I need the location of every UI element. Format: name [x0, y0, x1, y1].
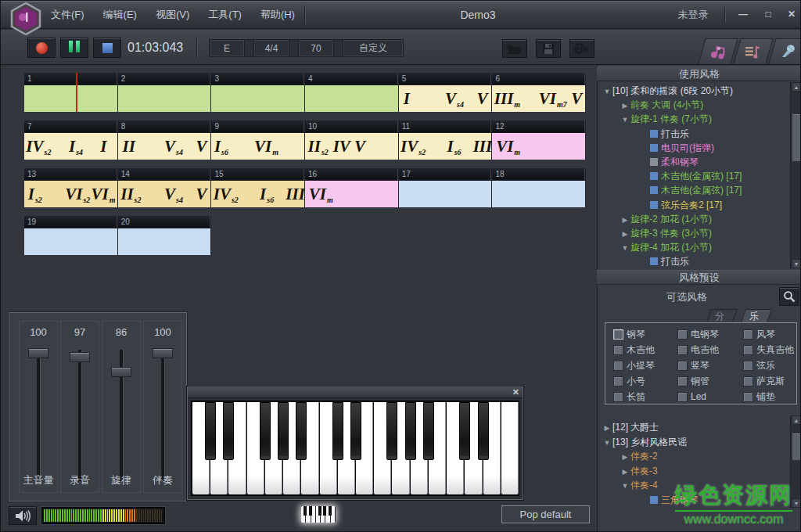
slider-handle[interactable]	[153, 348, 173, 358]
instrument-option[interactable]: 竖琴	[677, 360, 709, 371]
piano-widget[interactable]: ✕	[187, 386, 523, 500]
menu-3[interactable]: 工具(T)	[199, 1, 251, 29]
black-key[interactable]	[350, 402, 361, 460]
black-key[interactable]	[405, 402, 416, 460]
checkbox-icon[interactable]	[613, 361, 623, 371]
measure-cell[interactable]	[492, 180, 585, 207]
chevron-right-icon[interactable]: ▶	[620, 227, 630, 241]
checkbox-icon[interactable]	[743, 345, 753, 355]
tree-item[interactable]: 打击乐	[638, 127, 689, 141]
maximize-button[interactable]: □	[760, 9, 777, 21]
measure-6[interactable]: 6IIImVIm7V	[492, 73, 586, 112]
tree-item[interactable]: ▶伴奏-2	[620, 449, 658, 463]
stop-button[interactable]	[93, 38, 121, 58]
measure-12[interactable]: 12VIm	[492, 120, 586, 160]
measure-cell[interactable]: Is2VIs2VIm	[24, 180, 117, 207]
instrument-option[interactable]: 电吉他	[677, 344, 719, 355]
measure-cell[interactable]: Is6VIm	[211, 132, 304, 160]
tempo-button[interactable]: 70	[298, 39, 334, 57]
instrument-option[interactable]: 铜管	[677, 376, 709, 386]
measure-cell[interactable]	[118, 228, 211, 255]
black-key[interactable]	[278, 402, 289, 460]
measure-cell[interactable]	[24, 228, 117, 255]
checkbox-icon[interactable]	[613, 345, 623, 355]
open-file-button[interactable]	[502, 39, 527, 58]
chevron-down-icon[interactable]: ▼	[620, 241, 630, 255]
checkbox-icon[interactable]	[677, 361, 688, 371]
scroll-up-icon[interactable]: ▲	[792, 82, 801, 92]
slider-handle[interactable]	[70, 352, 90, 362]
tree-item[interactable]: 木吉他(金属弦) [17]	[638, 169, 742, 183]
chevron-right-icon[interactable]: ▶	[602, 421, 612, 435]
style-search-button[interactable]	[779, 287, 799, 306]
measure-16[interactable]: 16VIm	[305, 168, 399, 207]
checkbox-icon[interactable]	[677, 392, 688, 402]
menu-1[interactable]: 编辑(E)	[94, 1, 146, 29]
tree-item[interactable]: 柔和钢琴	[638, 155, 699, 169]
instrument-option[interactable]: 木吉他	[613, 344, 655, 355]
tree-item[interactable]: ▼伴奏-4	[620, 478, 658, 492]
measure-cell[interactable]: IVs2Is4I	[24, 132, 117, 160]
mini-piano-button[interactable]	[301, 506, 336, 523]
slider-handle[interactable]	[28, 348, 48, 358]
tree-item[interactable]: 木吉他(金属弦) [17]	[638, 183, 742, 197]
menu-4[interactable]: 帮助(H)	[251, 1, 304, 29]
instrument-option[interactable]: Led	[677, 391, 706, 402]
tree-item[interactable]: ▶旋律-3 伴奏 (3小节)	[620, 226, 712, 240]
menu-2[interactable]: 视图(V)	[146, 1, 199, 29]
chevron-right-icon[interactable]: ▶	[620, 99, 630, 113]
publish-button[interactable]	[569, 39, 594, 58]
measure-cell[interactable]	[118, 84, 211, 112]
measure-3[interactable]: 3	[211, 73, 305, 112]
tree-item[interactable]: 弦乐合奏2 [17]	[638, 198, 722, 212]
instrument-option[interactable]: 弦乐	[743, 360, 775, 371]
menu-0[interactable]: 文件(F)	[41, 1, 94, 29]
close-button[interactable]: ✕	[783, 9, 800, 21]
measure-cell[interactable]: IVs4V	[399, 84, 492, 112]
measure-10[interactable]: 10IIs2IVV	[305, 120, 399, 160]
tree-item[interactable]: ▶[12] 大爵士	[602, 420, 659, 434]
black-key[interactable]	[260, 402, 271, 460]
checkbox-icon[interactable]	[743, 329, 753, 340]
filter-tab-0[interactable]: 分类	[706, 309, 738, 322]
black-key[interactable]	[296, 402, 307, 460]
measure-cell[interactable]: IVs2Is6III	[211, 180, 304, 207]
scroll-down-icon[interactable]: ▼	[792, 259, 801, 268]
custom-style-button[interactable]: 自定义	[343, 39, 404, 57]
measure-8[interactable]: 8IIVs4V	[118, 120, 212, 160]
measure-13[interactable]: 13Is2VIs2VIm	[24, 168, 118, 207]
measure-15[interactable]: 15IVs2Is6III	[211, 168, 305, 207]
black-key[interactable]	[423, 402, 434, 460]
measure-cell[interactable]: VIm	[305, 180, 398, 207]
tree-item[interactable]: ▼[13] 乡村风格民谣	[602, 435, 687, 449]
save-button[interactable]	[536, 39, 561, 58]
measure-14[interactable]: 14IIs2Vs4V	[118, 168, 212, 207]
scrollbar-thumb[interactable]	[792, 113, 801, 162]
scroll-up-icon[interactable]: ▲	[792, 415, 801, 425]
chevron-down-icon[interactable]: ▼	[602, 436, 612, 450]
scroll-down-icon[interactable]: ▼	[792, 498, 801, 508]
black-key[interactable]	[386, 402, 397, 460]
measure-17[interactable]: 17	[399, 168, 493, 207]
playhead[interactable]	[76, 73, 77, 112]
checkbox-icon[interactable]	[677, 345, 688, 355]
measure-cell[interactable]: IVs2Is6III	[399, 132, 492, 160]
white-key[interactable]	[501, 402, 519, 494]
piano-widget-titlebar[interactable]: ✕	[188, 387, 523, 398]
measure-4[interactable]: 4	[305, 73, 399, 112]
chevron-right-icon[interactable]: ▶	[620, 450, 630, 464]
measure-cell[interactable]: IIs2Vs4V	[118, 180, 211, 207]
black-key[interactable]	[459, 402, 470, 460]
tree-item[interactable]: ▼[10] 柔和的摇滚 (6段 20小节)	[602, 84, 733, 98]
pop-default-button[interactable]: Pop default	[501, 505, 590, 523]
black-key[interactable]	[205, 402, 216, 460]
key-button[interactable]: E	[209, 39, 245, 57]
measure-cell[interactable]: IIImVIm7V	[492, 84, 585, 112]
slider-track[interactable]	[37, 350, 41, 481]
chevron-down-icon[interactable]: ▼	[620, 113, 630, 127]
tree-item[interactable]: 打击乐	[638, 254, 689, 268]
piano-close-icon[interactable]: ✕	[512, 387, 519, 397]
tree-item[interactable]: ▼旋律-1 伴奏 (7小节)	[620, 112, 712, 126]
filter-tab-1[interactable]: 乐器	[741, 309, 772, 322]
instrument-option[interactable]: 小号	[613, 376, 645, 386]
